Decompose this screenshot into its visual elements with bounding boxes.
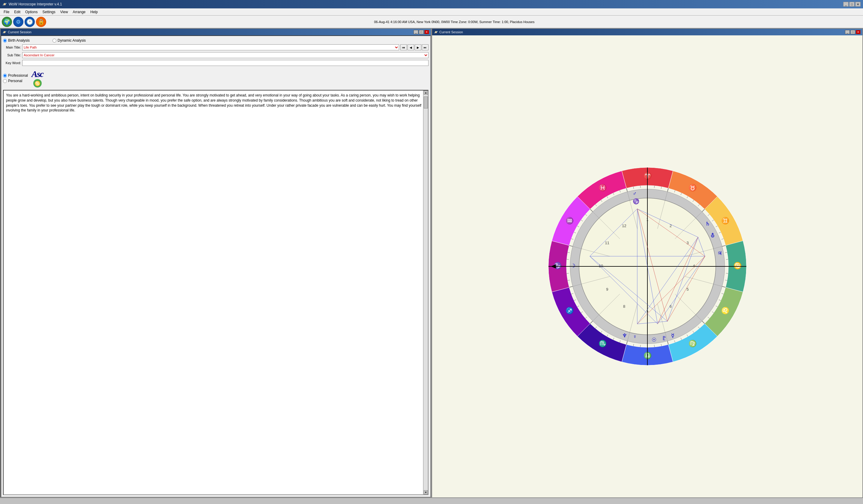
keyword-row: Key Word: LIFE-PATH: Emotional attachmen… (3, 60, 428, 66)
menu-settings[interactable]: Settings (40, 9, 58, 15)
right-panel-close[interactable]: ✕ (856, 30, 861, 34)
toolbar: 🌍 ⚙ 🕐 🔒 06-Aug-41 4:16:00 AM USA, New Yo… (0, 16, 863, 28)
right-panel-maximize[interactable]: □ (850, 30, 855, 34)
right-panel-minimize[interactable]: _ (845, 30, 850, 34)
pro-per-section: Professional Personal Asc ♋ (3, 68, 428, 89)
tool-globe[interactable]: 🌍 (2, 17, 12, 27)
left-panel-maximize[interactable]: □ (419, 30, 424, 34)
zodiac-sign-sagittarius: ♐ (565, 307, 574, 315)
nav-prev-btn[interactable]: ◀ (408, 44, 414, 50)
menu-edit[interactable]: Edit (12, 9, 23, 15)
svg-line-51 (577, 306, 579, 307)
svg-text:3: 3 (686, 241, 688, 245)
professional-radio[interactable]: Professional (3, 74, 28, 78)
sub-title-label: Sub Title: (3, 53, 21, 57)
svg-line-53 (571, 293, 573, 294)
close-button[interactable]: ✕ (855, 2, 861, 7)
text-area-container: ▲ ▼ (3, 90, 428, 495)
svg-line-12 (702, 209, 704, 211)
main-title-label: Main Title: (3, 46, 21, 49)
cancer-symbol: ♋ (33, 79, 42, 88)
svg-line-34 (681, 338, 681, 339)
zodiac-sign-virgo: ♍ (688, 339, 697, 348)
svg-line-9 (687, 196, 688, 198)
chart-area: ♈♉♊♋♌♍♎♏♐♑♒♓♂♑♄⛢♃☿♇☉♀♆☽123456789101112 (432, 35, 862, 497)
personal-radio[interactable]: Personal (3, 79, 28, 83)
svg-line-62 (574, 232, 576, 233)
svg-line-5 (661, 187, 661, 189)
svg-line-43 (620, 340, 620, 343)
minimize-button[interactable]: _ (843, 2, 849, 7)
right-panel-title: Current Session (439, 30, 463, 34)
menu-options[interactable]: Options (23, 9, 40, 15)
left-panel-minimize[interactable]: _ (413, 30, 418, 34)
svg-text:♄: ♄ (705, 221, 710, 227)
left-panel: 🪐 Current Session _ □ ✕ Birth Analysis D… (0, 28, 432, 498)
menu-arrange[interactable]: Arrange (71, 9, 88, 15)
panel-body: Birth Analysis Dynamic Analysis Main Tit… (1, 35, 431, 497)
svg-line-63 (577, 226, 579, 227)
scrollbar[interactable]: ▲ ▼ (423, 90, 428, 494)
svg-text:♆: ♆ (622, 333, 627, 339)
nav-first-btn[interactable]: ⏮ (400, 44, 407, 50)
svg-line-70 (613, 193, 614, 195)
svg-line-13 (708, 214, 709, 216)
left-panel-titlebar: 🪐 Current Session _ □ ✕ (1, 29, 431, 35)
svg-line-40 (640, 345, 640, 347)
scroll-thumb[interactable] (424, 96, 428, 108)
scroll-up-btn[interactable]: ▲ (424, 90, 428, 95)
svg-line-52 (574, 300, 576, 300)
svg-line-22 (726, 273, 728, 274)
svg-line-33 (687, 335, 688, 336)
sub-title-select[interactable]: Ascendant In Cancer (22, 52, 428, 58)
svg-line-31 (698, 327, 699, 328)
left-panel-close[interactable]: ✕ (424, 30, 429, 34)
menu-file[interactable]: File (1, 9, 12, 15)
svg-text:♃: ♃ (717, 250, 722, 256)
zodiac-sign-taurus: ♉ (688, 184, 697, 192)
birth-analysis-radio[interactable]: Birth Analysis (3, 38, 30, 42)
menu-help[interactable]: Help (88, 9, 100, 15)
tool-gear[interactable]: ⚙ (13, 17, 23, 27)
menu-view[interactable]: View (58, 9, 71, 15)
keyword-input[interactable]: LIFE-PATH: Emotional attachment (22, 60, 428, 66)
svg-text:☽: ☽ (571, 263, 575, 269)
svg-line-4 (654, 186, 654, 188)
nav-next-btn[interactable]: ▶ (415, 44, 421, 50)
svg-line-8 (681, 193, 681, 195)
svg-text:10: 10 (599, 264, 603, 268)
dynamic-analysis-radio[interactable]: Dynamic Analysis (52, 38, 86, 42)
right-panel: 🪐 Current Session _ □ ✕ (432, 28, 863, 498)
tool-clock[interactable]: 🕐 (25, 17, 35, 27)
svg-line-32 (692, 331, 693, 333)
nav-last-btn[interactable]: ⏭ (422, 44, 428, 50)
svg-line-49 (585, 317, 587, 318)
svg-line-67 (595, 204, 597, 206)
svg-line-28 (712, 312, 714, 313)
svg-line-61 (571, 239, 573, 240)
svg-line-46 (601, 331, 602, 333)
zodiac-wheel: ♈♉♊♋♌♍♎♏♐♑♒♓♂♑♄⛢♃☿♇☉♀♆☽123456789101112 (546, 165, 749, 368)
status-text: 06-Aug-41 4:16:00 AM USA, New York 0N00,… (372, 20, 537, 24)
svg-line-23 (725, 280, 727, 281)
svg-text:☿: ☿ (671, 333, 674, 339)
asc-symbol: Asc (32, 69, 43, 79)
svg-line-38 (654, 345, 654, 347)
svg-text:11: 11 (605, 241, 609, 245)
svg-text:8: 8 (623, 304, 625, 309)
pro-per-radio-group: Professional Personal (3, 74, 28, 83)
svg-line-17 (722, 239, 724, 240)
zodiac-sign-cancer: ♋ (733, 262, 741, 270)
right-panel-titlebar: 🪐 Current Session _ □ ✕ (432, 29, 862, 35)
right-session-icon: 🪐 (434, 30, 438, 34)
svg-text:4: 4 (693, 264, 695, 268)
left-panel-title: Current Session (8, 30, 32, 34)
sub-title-row: Sub Title: Ascendant In Cancer (3, 52, 428, 58)
svg-line-47 (595, 327, 597, 328)
main-title-select[interactable]: Life Path (22, 44, 399, 50)
svg-line-10 (692, 200, 693, 202)
tool-lock[interactable]: 🔒 (36, 17, 46, 27)
scroll-down-btn[interactable]: ▼ (424, 490, 428, 494)
interpretation-text[interactable] (4, 90, 428, 494)
maximize-button[interactable]: □ (849, 2, 854, 7)
